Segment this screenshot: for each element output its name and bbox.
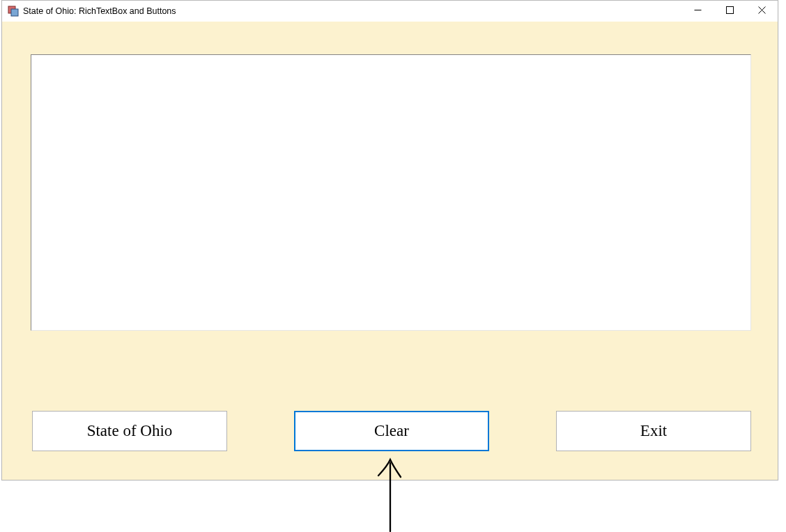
close-button[interactable] bbox=[746, 1, 778, 22]
state-of-ohio-button-label: State of Ohio bbox=[87, 422, 173, 440]
maximize-icon bbox=[726, 6, 734, 16]
application-window: State of Ohio: RichTextBox and Buttons bbox=[1, 0, 778, 480]
titlebar: State of Ohio: RichTextBox and Buttons bbox=[2, 1, 778, 22]
app-icon bbox=[8, 6, 19, 17]
exit-button[interactable]: Exit bbox=[556, 411, 751, 451]
clear-button[interactable]: Clear bbox=[294, 411, 489, 451]
clear-button-label: Clear bbox=[374, 422, 409, 440]
window-title: State of Ohio: RichTextBox and Buttons bbox=[23, 6, 176, 16]
client-area: State of Ohio Clear Exit bbox=[2, 22, 778, 480]
richtextbox-input[interactable] bbox=[31, 54, 751, 331]
state-of-ohio-button[interactable]: State of Ohio bbox=[32, 411, 227, 451]
maximize-button[interactable] bbox=[714, 1, 746, 22]
svg-rect-3 bbox=[726, 7, 733, 14]
svg-rect-1 bbox=[11, 9, 18, 16]
exit-button-label: Exit bbox=[640, 422, 667, 440]
minimize-button[interactable] bbox=[681, 1, 714, 22]
minimize-icon bbox=[694, 6, 702, 16]
close-icon bbox=[758, 6, 766, 16]
